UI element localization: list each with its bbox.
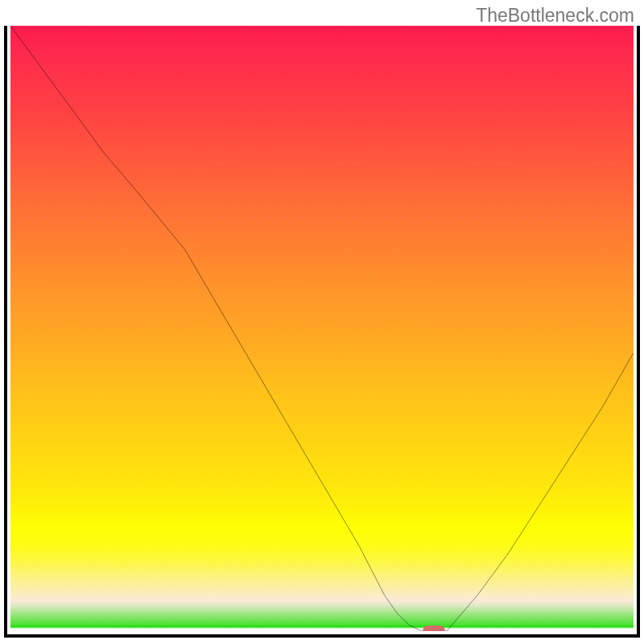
chart-marker [423,625,445,631]
chart-plot-area [10,26,634,631]
watermark-text: TheBottleneck.com [476,5,634,27]
chart-frame [4,26,640,638]
chart-line [10,26,634,631]
